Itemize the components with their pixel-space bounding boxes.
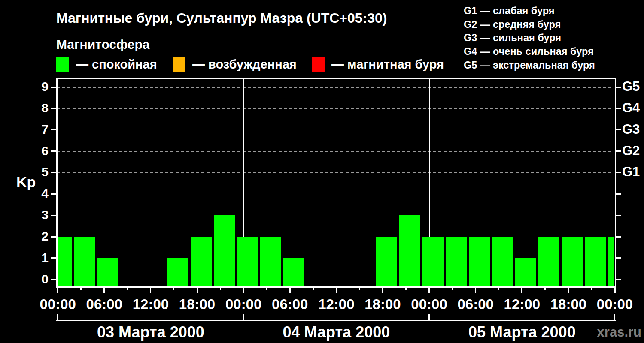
kp-bar bbox=[283, 258, 304, 287]
x-axis-minor-tick bbox=[359, 287, 360, 290]
x-tick-label: 00:00 bbox=[225, 296, 261, 313]
y-axis-tick bbox=[51, 257, 57, 259]
gridline-kp9 bbox=[57, 87, 614, 88]
watermark: xras.ru bbox=[597, 325, 641, 340]
kp-bar bbox=[237, 237, 258, 287]
y-tick-label: 0 bbox=[0, 272, 49, 286]
x-axis-major-tick bbox=[197, 287, 198, 293]
g-level-label: G2 bbox=[622, 143, 640, 159]
x-axis-major-tick bbox=[382, 287, 383, 293]
kp-bar bbox=[57, 237, 72, 287]
x-axis-minor-tick bbox=[266, 287, 267, 290]
day-bracket-tick bbox=[428, 314, 430, 321]
day-label: 03 Марта 2000 bbox=[97, 323, 204, 341]
y-axis-tick-right bbox=[615, 193, 621, 195]
kp-bar bbox=[562, 237, 583, 287]
y-tick-label: 6 bbox=[0, 144, 49, 158]
y-axis-tick-right bbox=[615, 129, 621, 130]
x-tick-label: 06:00 bbox=[272, 296, 308, 313]
kp-bar bbox=[260, 237, 281, 287]
x-axis-major-tick bbox=[614, 287, 616, 293]
g-level-label: G4 bbox=[622, 100, 640, 116]
legend-item-active: — возбужденная bbox=[173, 57, 297, 72]
legend-label: — возбужденная bbox=[192, 57, 297, 72]
g-scale-legend-line: G4 — очень сильная буря bbox=[464, 45, 595, 59]
x-axis-major-tick bbox=[103, 287, 105, 293]
x-axis-minor-tick bbox=[80, 287, 82, 290]
y-axis-tick bbox=[51, 193, 57, 195]
day-bracket-tick bbox=[243, 314, 244, 321]
x-axis-minor-tick bbox=[544, 287, 546, 290]
x-tick-label: 00:00 bbox=[597, 296, 633, 313]
x-tick-label: 12:00 bbox=[133, 296, 169, 313]
gridline-kp7 bbox=[57, 130, 614, 131]
x-axis-major-tick bbox=[336, 287, 337, 293]
x-tick-label: 18:00 bbox=[179, 296, 215, 313]
g-scale-legend: G1 — слабая буряG2 — средняя буряG3 — си… bbox=[464, 4, 595, 72]
g-level-label: G3 bbox=[622, 122, 640, 137]
g-level-label: G1 bbox=[622, 165, 640, 180]
y-tick-label: 1 bbox=[0, 250, 49, 265]
y-axis-tick-right bbox=[615, 236, 621, 238]
y-axis-left bbox=[56, 78, 58, 288]
y-axis-tick bbox=[51, 279, 57, 280]
g-scale-legend-line: G5 — экстремальная буря bbox=[464, 59, 595, 72]
x-axis-major-tick bbox=[289, 287, 291, 293]
kp-bar bbox=[214, 215, 235, 286]
x-axis-minor-tick bbox=[127, 287, 128, 290]
y-axis-right bbox=[615, 78, 616, 288]
y-axis-tick bbox=[51, 172, 57, 173]
plot-border-top bbox=[56, 78, 616, 79]
kp-bar bbox=[446, 237, 467, 287]
y-axis-tick-right bbox=[615, 150, 621, 152]
kp-bar bbox=[492, 237, 513, 287]
y-tick-label: 3 bbox=[0, 208, 49, 222]
x-axis-minor-tick bbox=[591, 287, 592, 290]
y-axis-tick bbox=[51, 236, 57, 238]
x-tick-label: 18:00 bbox=[550, 296, 586, 313]
x-tick-label: 06:00 bbox=[457, 296, 493, 313]
day-label: 05 Марта 2000 bbox=[468, 323, 576, 341]
y-axis-tick bbox=[51, 87, 57, 88]
y-axis-tick bbox=[51, 129, 57, 130]
y-axis-tick-right bbox=[615, 87, 621, 88]
kp-bar bbox=[191, 237, 212, 287]
g-scale-legend-line: G1 — слабая буря bbox=[464, 4, 595, 18]
y-axis-tick-right bbox=[615, 172, 621, 173]
g-scale-legend-line: G3 — сильная буря bbox=[464, 31, 595, 45]
g-scale-legend-line: G2 — средняя буря bbox=[464, 18, 595, 32]
y-axis-title: Kp bbox=[16, 174, 36, 190]
x-axis-major-tick bbox=[521, 287, 522, 293]
y-tick-label: 9 bbox=[0, 79, 49, 94]
kp-bar bbox=[515, 258, 536, 287]
y-tick-label: 2 bbox=[0, 229, 49, 244]
gridline-kp8 bbox=[57, 108, 614, 109]
legend-label: — магнитная буря bbox=[331, 57, 444, 72]
y-axis-tick bbox=[51, 108, 57, 109]
kp-bar bbox=[422, 237, 444, 287]
x-axis-major-tick bbox=[243, 287, 244, 293]
x-tick-label: 00:00 bbox=[411, 296, 447, 313]
x-axis-major-tick bbox=[428, 287, 430, 293]
x-axis-minor-tick bbox=[452, 287, 453, 290]
kp-bar bbox=[608, 237, 614, 287]
page-title: Магнитные бури, Сультанпур Мазра (UTC+05… bbox=[56, 10, 387, 26]
legend-item-quiet: — спокойная bbox=[56, 57, 157, 72]
y-axis-tick-right bbox=[615, 108, 621, 109]
kp-bar bbox=[376, 237, 397, 287]
x-tick-label: 12:00 bbox=[504, 296, 540, 313]
gridline-kp5 bbox=[57, 172, 614, 173]
storm-color-swatch bbox=[312, 57, 325, 72]
magnetic-storm-chart-page: Магнитные бури, Сультанпур Мазра (UTC+05… bbox=[0, 0, 644, 343]
g-level-label: G5 bbox=[622, 79, 640, 94]
y-axis-tick-right bbox=[615, 279, 621, 280]
kp-bar bbox=[74, 237, 95, 287]
x-axis-major-tick bbox=[150, 287, 151, 293]
kp-bar bbox=[97, 258, 118, 287]
kp-bar bbox=[585, 237, 606, 287]
y-axis-tick bbox=[51, 215, 57, 216]
y-axis-tick bbox=[51, 150, 57, 152]
legend-label: — спокойная bbox=[76, 57, 157, 72]
x-tick-label: 06:00 bbox=[86, 296, 122, 313]
x-axis-minor-tick bbox=[313, 287, 314, 290]
